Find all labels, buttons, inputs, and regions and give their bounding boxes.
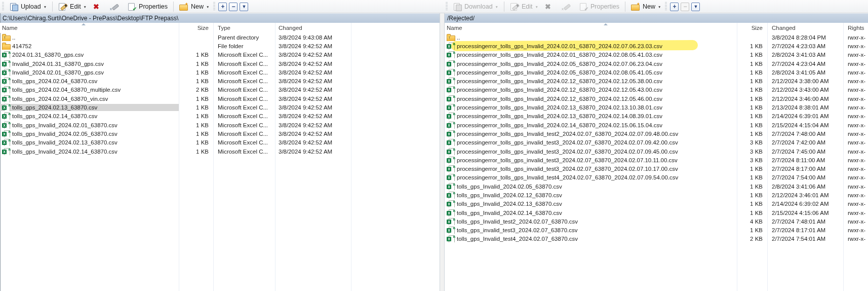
file-row[interactable]: a processingerror_tolls_gps_invalid_test… [445,147,868,156]
file-name-cell[interactable]: a processingerror_tolls_gps_invalid_test… [445,165,737,172]
file-row[interactable]: a processingerror_tolls_gps_Invalid_2024… [445,42,868,50]
file-name-cell[interactable]: a processingerror_tolls_gps_invalid_test… [445,148,737,155]
file-row[interactable]: a tolls_gps_2024.02.04_63870_multiple.cs… [0,86,440,94]
file-row[interactable]: a processingerror_tolls_gps_Invalid_2024… [445,59,868,68]
file-row[interactable]: a Invalid_2024.02.01_63870_gps.csv 1 KB … [0,68,440,77]
file-row[interactable]: a tolls_gps_Invalid_test2_2024.02.07_638… [445,217,868,226]
file-row[interactable]: a processingerror_tolls_gps_Invalid_2024… [445,103,868,112]
delete-button[interactable] [90,1,107,12]
column-header-name[interactable]: Name [445,25,737,31]
edit-button-remote[interactable]: Edit [507,1,541,12]
column-header-changed[interactable]: Changed [767,25,843,31]
file-row[interactable]: a processingerror_tolls_gps_invalid_test… [445,138,868,147]
file-row[interactable]: a processingerror_tolls_gps_Invalid_2024… [445,51,868,59]
file-name-cell[interactable]: a processingerror_tolls_gps_Invalid_test… [445,130,737,137]
new-button-remote[interactable]: New [628,1,664,12]
filter-button[interactable]: ▼ [240,3,248,11]
collapse-minus-button[interactable]: − [229,3,238,11]
toolbar-grip[interactable] [2,2,4,11]
new-button[interactable]: New [176,1,212,12]
file-row[interactable]: a tolls_gps_Invalid_2024.02.14_63870.csv… [445,208,868,217]
file-name-cell[interactable]: a processingerror_tolls_gps_Invalid_2024… [445,69,737,76]
file-row[interactable]: a processingerror_tolls_gps_Invalid_2024… [445,77,868,85]
filter-button-remote[interactable]: ▼ [691,3,700,11]
file-row[interactable]: a tolls_gps_Invalid_2024.02.14_63870.csv… [0,147,440,156]
file-name-cell[interactable]: a processingerror_tolls_gps_Invalid_2024… [445,113,737,120]
column-header-name[interactable]: Name [0,25,179,31]
file-row[interactable]: a processingerror_tolls_gps_Invalid_2024… [445,121,868,129]
column-header-size[interactable]: Size [737,25,767,31]
file-row[interactable]: a tolls_gps_Invalid_2024.02.05_63870.csv… [445,182,868,191]
file-row[interactable]: a processingerror_tolls_gps_invalid_test… [445,164,868,173]
file-name-cell[interactable]: a tolls_gps_Invalid_test2_2024.02.07_638… [445,218,737,225]
file-name-cell[interactable]: a tolls_gps_2024.02.13_63870.csv [0,104,179,111]
file-name-cell[interactable]: a tolls_gps_Invalid_test4_2024.02.07_638… [445,235,737,242]
file-name-cell[interactable]: a tolls_gps_Invalid_2024.02.14_63870.csv [445,209,737,216]
file-name-cell[interactable]: a 2024.01.31_63870_gps.csv [0,51,179,58]
file-row[interactable]: a tolls_gps_invalid_test3_2024.02.07_638… [445,226,868,235]
file-name-cell[interactable]: a tolls_gps_2024.02.04_63870.csv [0,78,179,85]
file-row[interactable]: a tolls_gps_Invalid_2024.02.01_63870.csv… [0,121,440,129]
local-path-bar[interactable]: C:\Users\Chirag.Surti\OneDrive - PrePass… [0,13,440,23]
file-name-cell[interactable]: a tolls_gps_Invalid_2024.02.13_63870.csv [445,200,737,207]
file-name-cell[interactable]: a processingerror_tolls_gps_Invalid_2024… [445,104,737,111]
file-row[interactable]: a processingerror_tolls_gps_Invalid_2024… [445,68,868,77]
file-name-cell[interactable]: a tolls_gps_2024.02.04_63870_multiple.cs… [0,86,179,93]
file-row[interactable]: a tolls_gps_2024.02.13_63870.csv 1 KB Mi… [0,103,440,112]
file-row[interactable]: ↑ .. Parent directory 3/8/2024 9:43:08 A… [0,33,440,42]
delete-button-remote[interactable] [541,1,559,12]
file-name-cell[interactable]: a tolls_gps_Invalid_2024.02.13_63870.csv [0,139,179,146]
expand-plus-button-remote[interactable]: + [670,3,679,11]
toolbar-grip[interactable] [213,2,215,11]
file-name-cell[interactable]: a processingerror_tolls_gps_invalid_test… [445,139,737,146]
file-name-cell[interactable]: a processingerror_tolls_gps_Invalid_2024… [445,60,737,67]
remote-path-bar[interactable]: /Rejected/ [445,13,868,23]
file-row[interactable]: a tolls_gps_2024.02.04_63870.csv 1 KB Mi… [0,77,440,85]
column-header-size[interactable]: Size [179,25,213,31]
file-name-cell[interactable]: a processingerror_tolls_gps_invalid_test… [445,157,737,164]
file-name-cell[interactable]: a tolls_gps_Invalid_2024.02.05_63870.csv [0,130,179,137]
file-row[interactable]: a processingerror_tolls_gps_Invalid_2024… [445,86,868,94]
file-row[interactable]: a 2024.01.31_63870_gps.csv 1 KB Microsof… [0,51,440,59]
file-row[interactable]: a processingerror_tolls_gps_Invalid_2024… [445,94,868,103]
file-row[interactable]: a tolls_gps_2024.02.04_63870_vin.csv 1 K… [0,94,440,103]
toolbar-grip[interactable] [446,2,448,11]
file-row[interactable]: a tolls_gps_Invalid_2024.02.13_63870.csv… [445,200,868,208]
panel-splitter[interactable] [440,13,445,291]
file-row[interactable]: a tolls_gps_Invalid_2024.02.05_63870.csv… [0,129,440,138]
file-row[interactable]: 414752 File folder 3/8/2024 9:42:52 AM [0,42,440,50]
expand-plus-button[interactable]: + [218,3,227,11]
file-name-cell[interactable]: a tolls_gps_2024.02.14_63870.csv [0,113,179,120]
rename-button-remote[interactable] [559,1,576,12]
properties-button[interactable]: Properties [124,1,171,12]
rename-button[interactable] [107,1,124,12]
file-name-cell[interactable]: a processingerror_tolls_gps_Invalid_2024… [445,78,737,85]
file-row[interactable]: a processingerror_tolls_gps_invalid_test… [445,156,868,164]
file-name-cell[interactable]: a Invalid_2024.02.01_63870_gps.csv [0,69,179,76]
file-name-cell[interactable]: a processingerror_tolls_gps_Invalid_2024… [445,43,737,50]
file-name-cell[interactable]: a processingerror_tolls_gps_Invalid_2024… [445,86,737,93]
file-name-cell[interactable]: a tolls_gps_2024.02.04_63870_vin.csv [0,95,179,102]
file-row[interactable]: a tolls_gps_2024.02.14_63870.csv 1 KB Mi… [0,112,440,121]
file-row[interactable]: a tolls_gps_Invalid_2024.02.12_63870.csv… [445,191,868,199]
file-row[interactable]: a Invalid_2024.01.31_63870_gps.csv 1 KB … [0,59,440,68]
upload-button[interactable]: Upload [6,1,50,12]
file-row[interactable]: a tolls_gps_Invalid_test4_2024.02.07_638… [445,235,868,243]
file-name-cell[interactable]: a Invalid_2024.01.31_63870_gps.csv [0,60,179,67]
file-name-cell[interactable]: a processingerror_tolls_gps_Invalid_2024… [445,122,737,129]
file-row[interactable]: a tolls_gps_Invalid_2024.02.13_63870.csv… [0,138,440,147]
file-name-cell[interactable]: a processingerror_tolls_gps_Invalid_test… [445,174,737,181]
file-name-cell[interactable]: a processingerror_tolls_gps_Invalid_2024… [445,95,737,102]
column-header-changed[interactable]: Changed [275,25,351,31]
collapse-minus-button-remote[interactable]: − [681,3,689,11]
edit-button[interactable]: Edit [55,1,90,12]
file-name-cell[interactable]: 414752 [0,43,179,50]
file-name-cell[interactable]: a tolls_gps_Invalid_2024.02.12_63870.csv [445,192,737,199]
file-row[interactable]: a processingerror_tolls_gps_Invalid_test… [445,129,868,138]
file-name-cell[interactable]: ↑ .. [0,34,179,41]
toolbar-grip[interactable] [665,2,667,11]
properties-button-remote[interactable]: Properties [576,1,622,12]
column-header-rights[interactable]: Rights [843,25,868,31]
file-name-cell[interactable]: a tolls_gps_Invalid_2024.02.14_63870.csv [0,148,179,155]
file-row[interactable]: a processingerror_tolls_gps_Invalid_test… [445,173,868,182]
